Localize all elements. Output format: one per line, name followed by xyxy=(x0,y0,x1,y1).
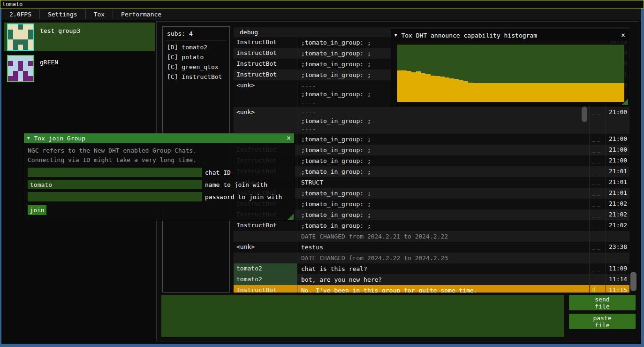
menu-item-tox[interactable]: Tox xyxy=(86,8,113,20)
histogram-bar xyxy=(477,83,482,102)
message-marks: __ xyxy=(589,134,606,145)
message-text: ;tomato_in_group: ; xyxy=(297,145,589,155)
message-marks: __ xyxy=(589,209,606,220)
avatar-pixel xyxy=(18,35,23,40)
histogram-bar xyxy=(553,83,558,102)
message-text: bot, are you new here? xyxy=(297,274,589,285)
message-time xyxy=(606,253,629,263)
collapse-triangle-icon[interactable]: ▼ xyxy=(394,33,397,38)
message-marks: __ xyxy=(589,274,606,285)
message-time: 21:01 xyxy=(606,166,629,177)
avatar-pixel xyxy=(8,24,13,30)
message-row[interactable]: InstructBotNo, I've been in this group f… xyxy=(234,285,629,293)
join-group-titlebar[interactable]: ▼ Tox join Group × xyxy=(24,133,294,143)
menu-item-performance[interactable]: Performance xyxy=(113,8,169,20)
histogram-bar xyxy=(520,83,525,102)
avatar-pixel xyxy=(8,30,13,35)
separator xyxy=(166,40,227,40)
histogram-bar xyxy=(577,83,582,102)
message-time: 21:00 xyxy=(606,107,629,134)
avatar-pixel xyxy=(13,71,18,76)
paste-file-button[interactable]: paste file xyxy=(569,314,636,329)
message-sender: InstructBot xyxy=(234,285,297,293)
avatar-pixel xyxy=(23,35,28,40)
message-marks: __ xyxy=(589,166,606,177)
histogram-bar xyxy=(615,83,620,102)
histogram-bar xyxy=(459,80,463,102)
histogram-bar xyxy=(544,83,548,102)
chat-id-label: chat ID xyxy=(205,169,231,176)
message-row[interactable]: DATE CHANGED from 2024.2.21 to 2024.2.22 xyxy=(234,231,629,242)
os-titlebar[interactable]: tomato xyxy=(0,0,644,8)
menu-item-2-0fps[interactable]: 2.0FPS xyxy=(1,8,39,20)
avatar-pixel xyxy=(23,56,28,61)
message-marks: __ xyxy=(589,107,606,134)
message-cell-scrollbar[interactable] xyxy=(582,107,587,122)
histogram-bar xyxy=(416,71,421,102)
join-info-line: NGC refers to the New DHT enabled Group … xyxy=(24,146,294,155)
main-content: test_group3gREEN subs: 4 [D] tomato2[C] … xyxy=(0,20,644,347)
dht-histogram-titlebar[interactable]: ▼ Tox DHT announce capability histogram … xyxy=(391,30,629,41)
avatar-pixel xyxy=(28,76,33,81)
message-row[interactable]: InstructBot;tomato_in_group: ;__21:02 xyxy=(234,220,629,231)
message-row[interactable]: tomato2bot, are you new here?__11:14 xyxy=(234,274,629,285)
message-sender: InstructBot xyxy=(234,220,297,231)
join-button[interactable]: join xyxy=(28,205,46,215)
histogram-bar xyxy=(402,70,407,102)
histogram-bar xyxy=(549,83,553,102)
member-item[interactable]: [C] green_qtox xyxy=(163,62,229,72)
avatar-pixel xyxy=(28,39,33,45)
join-name-input[interactable] xyxy=(28,180,202,189)
members-list: [D] tomato2[C] potato[C] green_qtox[C] I… xyxy=(163,42,229,82)
histogram-bar xyxy=(534,83,539,102)
avatar-pixel xyxy=(23,76,28,81)
message-marks: __ xyxy=(589,199,606,209)
histogram-bar xyxy=(487,83,492,102)
avatar-pixel xyxy=(28,61,33,66)
member-item[interactable]: [D] tomato2 xyxy=(163,42,229,52)
avatar-pixel xyxy=(13,66,18,71)
histogram-bar xyxy=(482,83,487,102)
close-icon[interactable]: × xyxy=(621,32,625,39)
message-row[interactable]: DATE CHANGED from 2024.2.22 to 2024.2.23 xyxy=(234,253,629,263)
avatar-pixel xyxy=(13,35,18,40)
message-text: ;tomato_in_group: ; xyxy=(297,155,589,166)
message-text: DATE CHANGED from 2024.2.22 to 2024.2.23 xyxy=(297,253,589,263)
avatar-pixel xyxy=(13,30,18,35)
chat-scrollbar[interactable] xyxy=(630,272,636,291)
group-name: test_group3 xyxy=(40,27,80,51)
histogram-bar xyxy=(525,83,530,102)
message-marks: __ xyxy=(589,263,606,274)
message-time: 21:02 xyxy=(606,199,629,209)
join-info-line: Connecting via ID might take a very long… xyxy=(24,155,294,165)
histogram-bar xyxy=(530,83,534,102)
message-time: 11:09 xyxy=(606,263,629,274)
group-item-gREEN[interactable]: gREEN xyxy=(4,54,155,81)
avatar-pixel xyxy=(13,45,18,50)
message-sender: tomato2 xyxy=(234,263,297,274)
member-item[interactable]: [C] InstructBot xyxy=(163,72,229,82)
resize-grip[interactable] xyxy=(288,214,294,220)
collapse-triangle-icon[interactable]: ▼ xyxy=(27,136,30,140)
message-row[interactable]: <unk>---- ;tomato_in_group: ; ----__21:0… xyxy=(234,107,629,134)
message-text: No, I've been in this group for quite so… xyxy=(297,285,589,293)
join-password-input[interactable] xyxy=(28,192,202,201)
message-row[interactable]: <unk>testus__23:38 xyxy=(234,242,629,253)
message-row[interactable]: tomato2chat is this real?__11:09 xyxy=(234,263,629,274)
menu-item-settings[interactable]: Settings xyxy=(40,8,85,20)
avatar-pixel xyxy=(13,24,18,30)
avatar-pixel xyxy=(28,66,33,71)
resize-grip[interactable] xyxy=(622,99,628,105)
chat-id-input[interactable] xyxy=(28,168,202,177)
os-window-title: tomato xyxy=(2,1,23,8)
histogram-bar xyxy=(440,77,445,102)
message-input[interactable] xyxy=(161,295,564,337)
group-item-test_group3[interactable]: test_group3 xyxy=(4,23,155,51)
close-icon[interactable]: × xyxy=(287,135,291,141)
member-item[interactable]: [C] potato xyxy=(163,52,229,62)
send-file-button[interactable]: send file xyxy=(569,295,636,310)
message-text: testus xyxy=(297,242,589,253)
message-sender: InstructBot xyxy=(234,48,297,59)
avatar-pixel xyxy=(13,76,18,81)
histogram-bar xyxy=(425,74,430,102)
